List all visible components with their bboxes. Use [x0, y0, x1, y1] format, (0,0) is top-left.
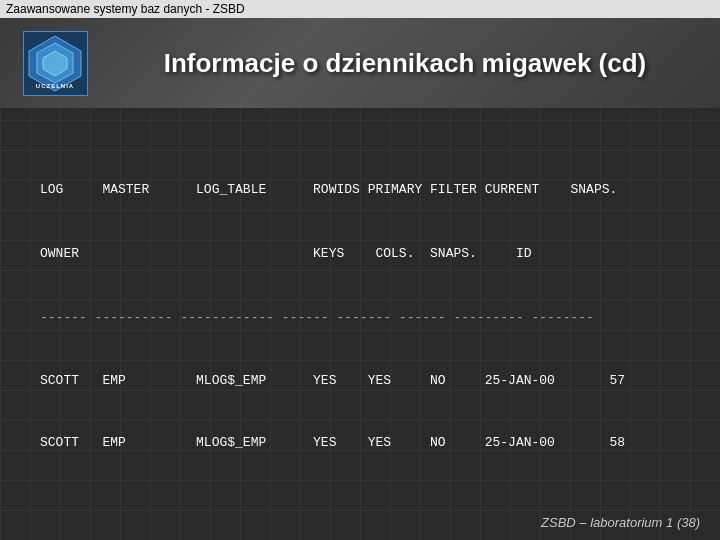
footer: ZSBD – laboratorium 1 (38): [541, 515, 700, 530]
content-area: LOG MASTER LOG_TABLE ROWIDS PRIMARY FILT…: [0, 108, 720, 516]
footer-text: ZSBD – laboratorium 1 (38): [541, 515, 700, 530]
header-title: Informacje o dziennikach migawek (cd): [110, 48, 700, 79]
table-header-line2: OWNER KEYS COLS. SNAPS. ID: [40, 244, 680, 265]
table-row: SCOTT EMP MLOG$_EMP YES YES NO 25-JAN-00…: [40, 371, 680, 392]
svg-text:UCZELNIA: UCZELNIA: [35, 83, 73, 89]
top-bar: Zaawansowane systemy baz danych - ZSBD: [0, 0, 720, 18]
db-table: LOG MASTER LOG_TABLE ROWIDS PRIMARY FILT…: [40, 138, 680, 496]
logo-icon: UCZELNIA: [23, 31, 88, 96]
table-separator: ------ ---------- ------------ ------ --…: [40, 308, 680, 329]
header-area: UCZELNIA Informacje o dziennikach migawe…: [0, 18, 720, 108]
table-row: SCOTT EMP MLOG$_EMP YES YES NO 25-JAN-00…: [40, 433, 680, 454]
table-header-line1: LOG MASTER LOG_TABLE ROWIDS PRIMARY FILT…: [40, 180, 680, 201]
logo-container: UCZELNIA: [20, 28, 90, 98]
top-bar-title: Zaawansowane systemy baz danych - ZSBD: [6, 2, 245, 16]
